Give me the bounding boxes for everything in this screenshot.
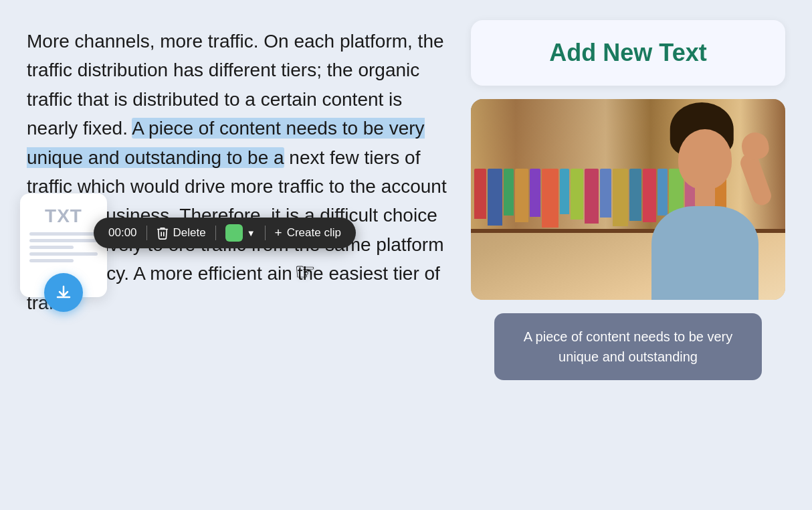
toolbar-divider-3 bbox=[265, 226, 266, 240]
txt-line-5 bbox=[29, 259, 74, 262]
left-panel: More channels, more traffic. On each pla… bbox=[27, 20, 451, 317]
book-5 bbox=[530, 169, 540, 217]
book-11 bbox=[613, 169, 628, 226]
txt-file-lines bbox=[29, 232, 98, 262]
toolbar-divider-2 bbox=[215, 226, 216, 240]
create-clip-button[interactable]: + Create clip bbox=[275, 226, 341, 240]
add-new-text-box[interactable]: Add New Text bbox=[471, 20, 785, 86]
person-neck bbox=[695, 184, 715, 207]
book-1 bbox=[474, 169, 486, 219]
person-head bbox=[678, 129, 732, 189]
trash-icon bbox=[157, 226, 169, 240]
delete-label: Delete bbox=[173, 226, 206, 240]
caption-box: A piece of content needs to be very uniq… bbox=[494, 313, 762, 380]
video-area bbox=[471, 99, 785, 300]
person-shirt bbox=[651, 206, 758, 300]
book-10 bbox=[600, 169, 611, 218]
photo-recreation bbox=[471, 99, 785, 300]
caption-text: A piece of content needs to be very uniq… bbox=[524, 329, 732, 364]
chevron-down-icon: ▼ bbox=[247, 228, 256, 238]
txt-line-3 bbox=[29, 246, 74, 249]
plus-icon: + bbox=[275, 226, 282, 240]
toolbar-popup: 00:00 Delete ▼ + Create clip bbox=[94, 218, 356, 248]
toolbar-time: 00:00 bbox=[108, 226, 137, 240]
cursor-hand: ☞ bbox=[294, 258, 316, 286]
toolbar-divider-1 bbox=[146, 226, 147, 240]
color-swatch bbox=[225, 224, 243, 242]
book-2 bbox=[488, 169, 502, 226]
txt-file-icon: TXT bbox=[20, 193, 107, 297]
person-arm-raised bbox=[738, 151, 774, 208]
txt-line-4 bbox=[29, 252, 98, 256]
create-clip-label: Create clip bbox=[287, 226, 341, 240]
main-container: More channels, more traffic. On each pla… bbox=[0, 0, 812, 510]
txt-file-label: TXT bbox=[45, 205, 82, 227]
book-7 bbox=[560, 169, 569, 214]
person-body bbox=[638, 112, 772, 300]
add-new-text-label: Add New Text bbox=[549, 39, 706, 67]
book-8 bbox=[571, 169, 583, 220]
txt-line-1 bbox=[29, 232, 98, 236]
download-icon bbox=[55, 284, 72, 301]
book-4 bbox=[515, 169, 528, 222]
download-button[interactable] bbox=[44, 273, 83, 312]
book-6 bbox=[542, 169, 559, 228]
txt-line-2 bbox=[29, 239, 98, 242]
color-swatch-container[interactable]: ▼ bbox=[225, 224, 256, 242]
delete-button[interactable]: Delete bbox=[157, 226, 206, 240]
book-9 bbox=[585, 169, 599, 224]
right-panel: Add New Text bbox=[471, 20, 785, 380]
book-3 bbox=[504, 169, 514, 216]
